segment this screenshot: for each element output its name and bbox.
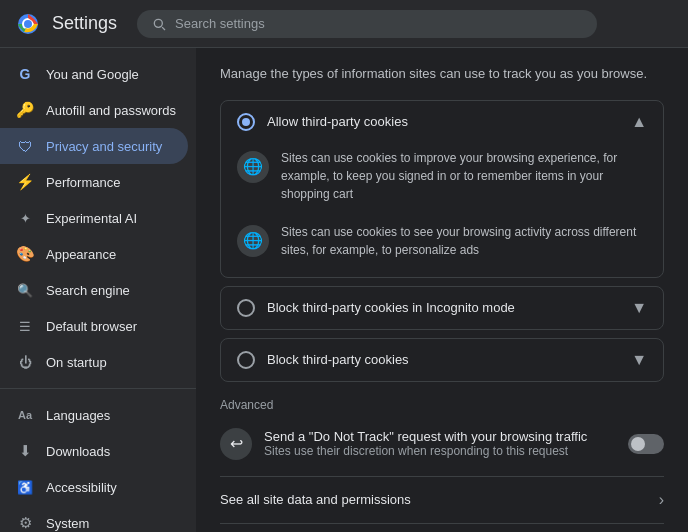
chevron-up-icon: ▲ bbox=[631, 113, 647, 131]
ai-icon: ✦ bbox=[16, 209, 34, 227]
search-bar[interactable] bbox=[137, 10, 597, 38]
sidebar-item-label: Experimental AI bbox=[46, 211, 137, 226]
you-google-icon: G bbox=[16, 65, 34, 83]
radio-block-all-label: Block third-party cookies bbox=[267, 352, 619, 367]
advanced-row: ↩ Send a "Do Not Track" request with you… bbox=[220, 420, 664, 468]
sidebar-item-label: Default browser bbox=[46, 319, 137, 334]
radio-block-all-header[interactable]: Block third-party cookies ▼ bbox=[221, 339, 663, 381]
search-engine-icon: 🔍 bbox=[16, 281, 34, 299]
sidebar-item-languages[interactable]: Aa Languages bbox=[0, 397, 188, 433]
sub-option-2: 🌐 Sites can use cookies to see your brow… bbox=[237, 217, 647, 265]
system-icon: ⚙ bbox=[16, 514, 34, 532]
languages-icon: Aa bbox=[16, 406, 34, 424]
sidebar-item-accessibility[interactable]: ♿ Accessibility bbox=[0, 469, 188, 505]
dnt-toggle[interactable] bbox=[628, 434, 664, 454]
see-all-row[interactable]: See all site data and permissions › bbox=[220, 476, 664, 524]
section-description: Manage the types of information sites ca… bbox=[220, 64, 664, 84]
sub-option-text-2: Sites can use cookies to see your browsi… bbox=[281, 223, 647, 259]
search-icon bbox=[151, 16, 167, 32]
sidebar-item-label: Downloads bbox=[46, 444, 110, 459]
sidebar-item-label: On startup bbox=[46, 355, 107, 370]
radio-allow-label: Allow third-party cookies bbox=[267, 114, 619, 129]
radio-allow-header[interactable]: Allow third-party cookies ▲ bbox=[221, 101, 663, 143]
startup-icon: ⏻ bbox=[16, 353, 34, 371]
radio-allow-third-party[interactable]: Allow third-party cookies ▲ 🌐 Sites can … bbox=[220, 100, 664, 278]
performance-icon: ⚡ bbox=[16, 173, 34, 191]
main-content: Manage the types of information sites ca… bbox=[196, 48, 688, 532]
sub-option-icon-2: 🌐 bbox=[237, 225, 269, 257]
sidebar-item-label: Performance bbox=[46, 175, 120, 190]
chevron-down-icon: ▼ bbox=[631, 299, 647, 317]
content-area: Manage the types of information sites ca… bbox=[196, 48, 688, 532]
radio-incognito-header[interactable]: Block third-party cookies in Incognito m… bbox=[221, 287, 663, 329]
sidebar-item-appearance[interactable]: 🎨 Appearance bbox=[0, 236, 188, 272]
sidebar-divider bbox=[0, 388, 196, 389]
sidebar-item-default-browser[interactable]: ☰ Default browser bbox=[0, 308, 188, 344]
sidebar-item-autofill[interactable]: 🔑 Autofill and passwords bbox=[0, 92, 188, 128]
default-browser-icon: ☰ bbox=[16, 317, 34, 335]
dnt-icon: ↩ bbox=[220, 428, 252, 460]
privacy-icon: 🛡 bbox=[16, 137, 34, 155]
layout: G You and Google 🔑 Autofill and password… bbox=[0, 48, 688, 532]
dnt-subtitle: Sites use their discretion when respondi… bbox=[264, 444, 616, 458]
accessibility-icon: ♿ bbox=[16, 478, 34, 496]
sidebar: G You and Google 🔑 Autofill and password… bbox=[0, 48, 196, 532]
toggle-thumb bbox=[631, 437, 645, 451]
sidebar-item-label: Languages bbox=[46, 408, 110, 423]
dnt-title: Send a "Do Not Track" request with your … bbox=[264, 429, 616, 444]
sub-option-1: 🌐 Sites can use cookies to improve your … bbox=[237, 143, 647, 209]
sidebar-item-performance[interactable]: ⚡ Performance bbox=[0, 164, 188, 200]
header: Settings bbox=[0, 0, 688, 48]
sub-option-icon-1: 🌐 bbox=[237, 151, 269, 183]
chrome-logo bbox=[16, 12, 40, 36]
appearance-icon: 🎨 bbox=[16, 245, 34, 263]
radio-incognito-label: Block third-party cookies in Incognito m… bbox=[267, 300, 619, 315]
sidebar-item-search[interactable]: 🔍 Search engine bbox=[0, 272, 188, 308]
sidebar-item-startup[interactable]: ⏻ On startup bbox=[0, 344, 188, 380]
advanced-text: Send a "Do Not Track" request with your … bbox=[264, 429, 616, 458]
autofill-icon: 🔑 bbox=[16, 101, 34, 119]
sidebar-item-label: Accessibility bbox=[46, 480, 117, 495]
chevron-right-icon: › bbox=[659, 491, 664, 509]
radio-block-all-indicator bbox=[237, 351, 255, 369]
svg-point-2 bbox=[24, 20, 32, 28]
downloads-icon: ⬇ bbox=[16, 442, 34, 460]
see-all-label: See all site data and permissions bbox=[220, 492, 411, 507]
sidebar-item-label: Appearance bbox=[46, 247, 116, 262]
sub-option-text-1: Sites can use cookies to improve your br… bbox=[281, 149, 647, 203]
sidebar-item-downloads[interactable]: ⬇ Downloads bbox=[0, 433, 188, 469]
advanced-label: Advanced bbox=[220, 398, 664, 412]
sidebar-item-label: Autofill and passwords bbox=[46, 103, 176, 118]
search-input[interactable] bbox=[175, 16, 583, 31]
radio-selected-indicator bbox=[237, 113, 255, 131]
sidebar-item-label: Search engine bbox=[46, 283, 130, 298]
sidebar-item-label: System bbox=[46, 516, 89, 531]
sidebar-item-system[interactable]: ⚙ System bbox=[0, 505, 188, 532]
sidebar-item-you-google[interactable]: G You and Google bbox=[0, 56, 188, 92]
radio-unselected-indicator bbox=[237, 299, 255, 317]
chevron-down-icon-2: ▼ bbox=[631, 351, 647, 369]
sub-options: 🌐 Sites can use cookies to improve your … bbox=[221, 143, 663, 277]
sidebar-item-ai[interactable]: ✦ Experimental AI bbox=[0, 200, 188, 236]
radio-block-all[interactable]: Block third-party cookies ▼ bbox=[220, 338, 664, 382]
radio-block-incognito[interactable]: Block third-party cookies in Incognito m… bbox=[220, 286, 664, 330]
sidebar-item-label: You and Google bbox=[46, 67, 139, 82]
sidebar-item-privacy[interactable]: 🛡 Privacy and security bbox=[0, 128, 188, 164]
sidebar-item-label: Privacy and security bbox=[46, 139, 162, 154]
app-title: Settings bbox=[52, 13, 117, 34]
